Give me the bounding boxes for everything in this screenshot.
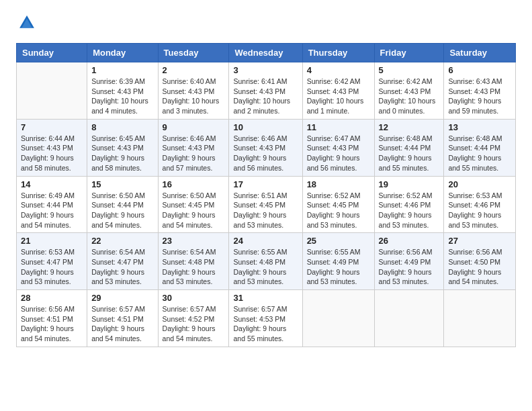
day-number: 8 [91, 122, 153, 132]
calendar-cell: 7Sunrise: 6:44 AMSunset: 4:43 PMDaylight… [17, 119, 87, 176]
calendar-cell: 25Sunrise: 6:55 AMSunset: 4:49 PMDayligh… [302, 233, 374, 290]
day-number: 10 [233, 122, 298, 132]
day-number: 17 [233, 179, 298, 189]
day-info: Sunrise: 6:48 AMSunset: 4:44 PMDaylight:… [448, 134, 511, 173]
day-info: Sunrise: 6:57 AMSunset: 4:51 PMDaylight:… [91, 304, 153, 344]
weekday-header: Wednesday [229, 44, 302, 62]
calendar-week-row: 1Sunrise: 6:39 AMSunset: 4:43 PMDaylight… [17, 62, 516, 120]
calendar-week-row: 14Sunrise: 6:49 AMSunset: 4:44 PMDayligh… [17, 176, 516, 233]
day-info: Sunrise: 6:55 AMSunset: 4:49 PMDaylight:… [307, 247, 370, 287]
day-info: Sunrise: 6:45 AMSunset: 4:43 PMDaylight:… [91, 134, 153, 173]
day-info: Sunrise: 6:57 AMSunset: 4:53 PMDaylight:… [233, 304, 298, 344]
day-info: Sunrise: 6:57 AMSunset: 4:52 PMDaylight:… [163, 304, 225, 344]
day-info: Sunrise: 6:53 AMSunset: 4:46 PMDaylight:… [448, 191, 511, 230]
calendar-cell: 3Sunrise: 6:41 AMSunset: 4:43 PMDaylight… [229, 62, 302, 120]
day-number: 18 [307, 179, 370, 189]
day-number: 29 [91, 293, 153, 303]
day-number: 19 [379, 179, 440, 189]
day-info: Sunrise: 6:42 AMSunset: 4:43 PMDaylight:… [379, 77, 440, 116]
day-info: Sunrise: 6:50 AMSunset: 4:44 PMDaylight:… [91, 191, 153, 230]
calendar-cell: 24Sunrise: 6:55 AMSunset: 4:48 PMDayligh… [229, 233, 302, 290]
calendar-cell: 14Sunrise: 6:49 AMSunset: 4:44 PMDayligh… [17, 176, 87, 233]
header [16, 13, 516, 35]
calendar-cell: 9Sunrise: 6:46 AMSunset: 4:43 PMDaylight… [158, 119, 229, 176]
calendar-cell: 22Sunrise: 6:54 AMSunset: 4:47 PMDayligh… [87, 233, 158, 290]
calendar-cell: 17Sunrise: 6:51 AMSunset: 4:45 PMDayligh… [229, 176, 302, 233]
day-number: 12 [379, 122, 440, 132]
weekday-header: Thursday [302, 44, 374, 62]
calendar-cell: 31Sunrise: 6:57 AMSunset: 4:53 PMDayligh… [229, 290, 302, 347]
day-number: 20 [448, 179, 511, 189]
day-info: Sunrise: 6:46 AMSunset: 4:43 PMDaylight:… [233, 134, 298, 173]
day-info: Sunrise: 6:52 AMSunset: 4:45 PMDaylight:… [307, 191, 370, 230]
day-info: Sunrise: 6:49 AMSunset: 4:44 PMDaylight:… [21, 191, 83, 230]
day-number: 7 [21, 122, 83, 132]
day-info: Sunrise: 6:39 AMSunset: 4:43 PMDaylight:… [91, 77, 153, 116]
day-number: 13 [448, 122, 511, 132]
calendar-cell [374, 290, 444, 347]
calendar-cell: 30Sunrise: 6:57 AMSunset: 4:52 PMDayligh… [158, 290, 229, 347]
calendar-cell: 10Sunrise: 6:46 AMSunset: 4:43 PMDayligh… [229, 119, 302, 176]
day-number: 6 [448, 65, 511, 75]
calendar-cell: 11Sunrise: 6:47 AMSunset: 4:43 PMDayligh… [302, 119, 374, 176]
day-number: 11 [307, 122, 370, 132]
day-number: 5 [379, 65, 440, 75]
calendar-week-row: 28Sunrise: 6:56 AMSunset: 4:51 PMDayligh… [17, 290, 516, 347]
day-info: Sunrise: 6:53 AMSunset: 4:47 PMDaylight:… [21, 247, 83, 287]
calendar-header-row: SundayMondayTuesdayWednesdayThursdayFrid… [17, 44, 516, 62]
calendar-cell [302, 290, 374, 347]
day-info: Sunrise: 6:56 AMSunset: 4:50 PMDaylight:… [448, 247, 511, 287]
calendar-cell: 2Sunrise: 6:40 AMSunset: 4:43 PMDaylight… [158, 62, 229, 120]
day-info: Sunrise: 6:41 AMSunset: 4:43 PMDaylight:… [233, 77, 298, 116]
weekday-header: Saturday [444, 44, 516, 62]
day-number: 28 [21, 293, 83, 303]
calendar-cell: 13Sunrise: 6:48 AMSunset: 4:44 PMDayligh… [444, 119, 516, 176]
day-info: Sunrise: 6:40 AMSunset: 4:43 PMDaylight:… [163, 77, 225, 116]
day-number: 30 [163, 293, 225, 303]
day-info: Sunrise: 6:54 AMSunset: 4:48 PMDaylight:… [163, 247, 225, 287]
day-info: Sunrise: 6:43 AMSunset: 4:43 PMDaylight:… [448, 77, 511, 116]
day-number: 22 [91, 236, 153, 246]
calendar-cell: 4Sunrise: 6:42 AMSunset: 4:43 PMDaylight… [302, 62, 374, 120]
day-info: Sunrise: 6:50 AMSunset: 4:45 PMDaylight:… [163, 191, 225, 230]
calendar-cell: 28Sunrise: 6:56 AMSunset: 4:51 PMDayligh… [17, 290, 87, 347]
day-number: 15 [91, 179, 153, 189]
calendar-week-row: 21Sunrise: 6:53 AMSunset: 4:47 PMDayligh… [17, 233, 516, 290]
calendar-cell: 15Sunrise: 6:50 AMSunset: 4:44 PMDayligh… [87, 176, 158, 233]
logo-icon [17, 13, 36, 32]
day-info: Sunrise: 6:54 AMSunset: 4:47 PMDaylight:… [91, 247, 153, 287]
calendar-cell: 23Sunrise: 6:54 AMSunset: 4:48 PMDayligh… [158, 233, 229, 290]
day-number: 31 [233, 293, 298, 303]
weekday-header: Monday [87, 44, 158, 62]
day-number: 16 [163, 179, 225, 189]
calendar-cell: 27Sunrise: 6:56 AMSunset: 4:50 PMDayligh… [444, 233, 516, 290]
day-number: 3 [233, 65, 298, 75]
day-info: Sunrise: 6:51 AMSunset: 4:45 PMDaylight:… [233, 191, 298, 230]
calendar-cell: 12Sunrise: 6:48 AMSunset: 4:44 PMDayligh… [374, 119, 444, 176]
calendar-cell: 5Sunrise: 6:42 AMSunset: 4:43 PMDaylight… [374, 62, 444, 120]
calendar-cell: 18Sunrise: 6:52 AMSunset: 4:45 PMDayligh… [302, 176, 374, 233]
day-info: Sunrise: 6:56 AMSunset: 4:51 PMDaylight:… [21, 304, 83, 344]
logo [16, 13, 36, 35]
calendar-cell: 19Sunrise: 6:52 AMSunset: 4:46 PMDayligh… [374, 176, 444, 233]
day-number: 9 [163, 122, 225, 132]
day-info: Sunrise: 6:44 AMSunset: 4:43 PMDaylight:… [21, 134, 83, 173]
calendar-cell: 16Sunrise: 6:50 AMSunset: 4:45 PMDayligh… [158, 176, 229, 233]
calendar: SundayMondayTuesdayWednesdayThursdayFrid… [16, 43, 516, 347]
weekday-header: Tuesday [158, 44, 229, 62]
day-info: Sunrise: 6:55 AMSunset: 4:48 PMDaylight:… [233, 247, 298, 287]
day-number: 24 [233, 236, 298, 246]
day-number: 27 [448, 236, 511, 246]
day-info: Sunrise: 6:47 AMSunset: 4:43 PMDaylight:… [307, 134, 370, 173]
day-number: 21 [21, 236, 83, 246]
day-number: 14 [21, 179, 83, 189]
day-number: 2 [163, 65, 225, 75]
day-number: 26 [379, 236, 440, 246]
calendar-week-row: 7Sunrise: 6:44 AMSunset: 4:43 PMDaylight… [17, 119, 516, 176]
day-info: Sunrise: 6:46 AMSunset: 4:43 PMDaylight:… [163, 134, 225, 173]
day-number: 4 [307, 65, 370, 75]
weekday-header: Sunday [17, 44, 87, 62]
day-number: 25 [307, 236, 370, 246]
weekday-header: Friday [374, 44, 444, 62]
calendar-cell: 6Sunrise: 6:43 AMSunset: 4:43 PMDaylight… [444, 62, 516, 120]
